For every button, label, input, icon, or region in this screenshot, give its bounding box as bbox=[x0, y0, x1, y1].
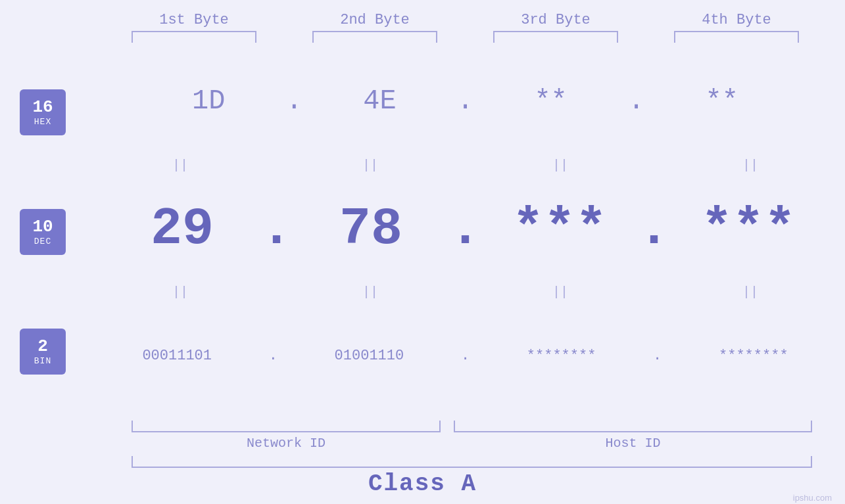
hex-badge-num: 16 bbox=[32, 98, 53, 117]
dec-dot-3: . bbox=[639, 199, 670, 259]
dec-dot-1: . bbox=[260, 199, 292, 259]
main-container: 1st Byte 2nd Byte 3rd Byte 4th Byte 16 H… bbox=[0, 0, 845, 504]
hex-dot-3: . bbox=[628, 85, 644, 117]
hex-b1-cell: 1D bbox=[118, 85, 299, 117]
eq-1-3: || bbox=[470, 158, 651, 173]
hex-b2-value: 4E bbox=[363, 85, 396, 117]
dec-b2-value: 78 bbox=[339, 199, 402, 259]
bracket-cell-3 bbox=[466, 31, 646, 43]
host-bracket bbox=[454, 421, 812, 432]
hex-dot-2: . bbox=[457, 85, 473, 117]
bin-b2-cell: 01001110 bbox=[279, 348, 460, 364]
equals-row-2: || || || || bbox=[85, 284, 845, 300]
host-id-label: Host ID bbox=[454, 436, 812, 451]
watermark: ipshu.com bbox=[793, 493, 832, 503]
bin-b1-cell: 00011101 bbox=[87, 348, 268, 364]
header-row: 1st Byte 2nd Byte 3rd Byte 4th Byte bbox=[85, 0, 845, 28]
hex-dot-1: . bbox=[286, 85, 302, 117]
top-bracket-row bbox=[85, 31, 845, 43]
bin-badge-label: BIN bbox=[34, 356, 51, 366]
top-bracket-2 bbox=[312, 31, 437, 43]
class-label: Class A bbox=[368, 470, 477, 497]
bottom-brackets-row bbox=[132, 421, 845, 432]
bin-b3-value: ******** bbox=[527, 348, 596, 364]
hex-b3-cell: ** bbox=[460, 85, 641, 117]
bracket-cell-1 bbox=[104, 31, 285, 43]
eq-2-1: || bbox=[90, 285, 271, 300]
eq-1-1: || bbox=[90, 158, 271, 173]
bin-dot-1: . bbox=[269, 348, 278, 364]
dec-b3-value: *** bbox=[512, 199, 607, 259]
bin-b4-cell: ******** bbox=[663, 348, 844, 364]
dec-b3-cell: *** bbox=[470, 199, 650, 259]
dec-b1-cell: 29 bbox=[91, 199, 272, 259]
top-bracket-4 bbox=[674, 31, 799, 43]
dec-b4-value: *** bbox=[701, 199, 796, 259]
bin-b2-value: 01001110 bbox=[335, 348, 404, 364]
eq-1-2: || bbox=[280, 158, 461, 173]
network-id-label: Network ID bbox=[132, 436, 441, 451]
bin-b1-value: 00011101 bbox=[142, 348, 212, 364]
bin-badge: 2 BIN bbox=[20, 329, 66, 375]
class-row: Class A ipshu.com bbox=[0, 470, 845, 504]
hex-b1-value: 1D bbox=[192, 85, 225, 117]
dec-row: 29 . 78 . *** . *** bbox=[85, 173, 845, 285]
top-bracket-1 bbox=[132, 31, 256, 43]
bin-row: 00011101 . 01001110 . ******** . *******… bbox=[85, 300, 845, 411]
bin-dot-3: . bbox=[653, 348, 662, 364]
bin-b3-cell: ******** bbox=[471, 348, 652, 364]
top-bracket-3 bbox=[493, 31, 618, 43]
dec-b1-value: 29 bbox=[151, 199, 214, 259]
dec-badge: 10 DEC bbox=[20, 209, 66, 255]
eq-2-2: || bbox=[280, 285, 461, 300]
dec-b2-cell: 78 bbox=[280, 199, 461, 259]
eq-2-3: || bbox=[470, 285, 651, 300]
dec-badge-label: DEC bbox=[34, 237, 51, 246]
eq-2-4: || bbox=[660, 285, 841, 300]
eq-1-4: || bbox=[660, 158, 841, 173]
hex-b3-value: ** bbox=[534, 85, 567, 117]
badge-column: 16 HEX 10 DEC 2 BIN bbox=[0, 46, 85, 418]
equals-row-1: || || || || bbox=[85, 157, 845, 173]
dec-dot-2: . bbox=[449, 199, 481, 259]
bin-dot-2: . bbox=[461, 348, 470, 364]
bracket-cell-2 bbox=[285, 31, 466, 43]
hex-row: 1D . 4E . ** . ** bbox=[85, 46, 845, 157]
col-header-4: 4th Byte bbox=[646, 12, 827, 28]
bin-b4-value: ******** bbox=[719, 348, 788, 364]
network-bracket bbox=[132, 421, 441, 432]
bin-badge-num: 2 bbox=[37, 337, 48, 356]
col-header-3: 3rd Byte bbox=[466, 12, 646, 28]
col-header-2: 2nd Byte bbox=[285, 12, 466, 28]
bracket-cell-4 bbox=[646, 31, 827, 43]
id-labels-row: Network ID Host ID bbox=[132, 436, 845, 451]
hex-b2-cell: 4E bbox=[289, 85, 470, 117]
hex-badge: 16 HEX bbox=[20, 89, 66, 135]
hex-badge-label: HEX bbox=[34, 117, 51, 127]
overall-bracket-container bbox=[132, 456, 812, 468]
dec-b4-cell: *** bbox=[658, 199, 839, 259]
overall-bracket bbox=[132, 456, 812, 468]
hex-b4-value: ** bbox=[706, 85, 738, 117]
dec-badge-num: 10 bbox=[32, 218, 53, 237]
col-header-1: 1st Byte bbox=[104, 12, 285, 28]
hex-b4-cell: ** bbox=[631, 85, 812, 117]
